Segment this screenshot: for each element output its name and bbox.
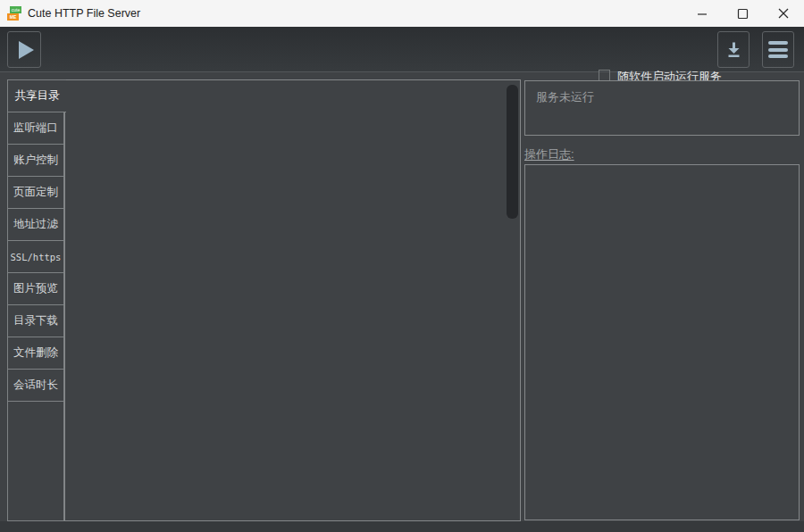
app-logo-icon: cute ME — [7, 6, 21, 21]
tab-session-duration[interactable]: 会话时长 — [7, 369, 64, 402]
service-status-text: 服务未运行 — [536, 90, 594, 104]
start-service-button[interactable] — [7, 31, 41, 68]
tab-directory-download[interactable]: 目录下载 — [7, 304, 64, 337]
sidebar-filler-cell — [7, 401, 64, 521]
maximize-icon — [737, 8, 749, 20]
minimize-button[interactable] — [682, 0, 723, 27]
download-update-button[interactable] — [717, 31, 750, 68]
bottom-strip — [0, 521, 804, 532]
tab-file-delete[interactable]: 文件删除 — [7, 337, 64, 370]
operation-log-label: 操作日志: — [524, 146, 574, 162]
tab-listen-port[interactable]: 监听端口 — [7, 112, 64, 145]
menu-icon — [768, 39, 788, 59]
main-menu-button[interactable] — [762, 31, 794, 68]
toolbar: 随软件启动运行服务 — [0, 27, 804, 72]
tab-page-customize[interactable]: 页面定制 — [7, 176, 64, 209]
download-icon — [725, 41, 742, 58]
app-window: cute ME Cute HTTP File Server 随软件启动运行服务 — [0, 0, 804, 532]
play-icon — [19, 41, 34, 59]
tab-account-control[interactable]: 账户控制 — [7, 144, 64, 177]
tab-address-filter[interactable]: 地址过滤 — [7, 208, 64, 241]
minimize-icon — [697, 8, 708, 19]
tab-image-preview[interactable]: 图片预览 — [7, 272, 64, 305]
settings-pane — [64, 79, 521, 521]
operation-log-box — [524, 164, 800, 520]
vertical-scrollbar-thumb[interactable] — [507, 85, 518, 219]
close-icon — [778, 8, 789, 19]
tab-shared-directory[interactable]: 共享目录 — [7, 79, 66, 112]
tab-ssl-https[interactable]: SSL/https — [7, 240, 64, 273]
window-title: Cute HTTP File Server — [28, 0, 140, 27]
maximize-button[interactable] — [722, 0, 763, 27]
titlebar: cute ME Cute HTTP File Server — [0, 0, 804, 27]
close-button[interactable] — [763, 0, 804, 27]
service-status-box: 服务未运行 — [524, 80, 800, 136]
